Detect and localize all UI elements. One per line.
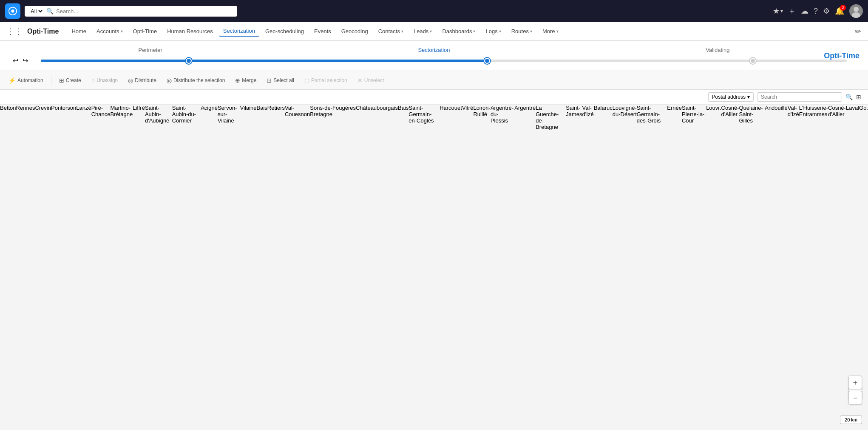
edit-icon[interactable]: ✏ [855, 27, 861, 36]
search-input[interactable] [56, 8, 233, 14]
unassign-button[interactable]: ○ Unassign [87, 75, 122, 85]
nav-item-geo[interactable]: Geo-scheduling [261, 26, 308, 36]
app-logo[interactable] [5, 3, 20, 19]
distribute-selection-button[interactable]: ◎ Distribute the selection [162, 75, 229, 85]
nav-item-events[interactable]: Events [310, 26, 335, 36]
help-icon[interactable]: ? [814, 7, 818, 16]
map-zoom-controls: ＋ － [848, 376, 862, 404]
create-icon: ⊞ [59, 77, 64, 84]
nav-item-leads[interactable]: Leads ▾ [409, 26, 436, 36]
search-toggle-icon[interactable]: 🔍 [845, 94, 853, 100]
nav-item-home[interactable]: Home [67, 26, 91, 36]
wizard-step-perimeter[interactable]: Perimeter [9, 47, 292, 53]
wizard-step-validating[interactable]: Validating [576, 47, 859, 53]
main-content: ✋ ↖ 💬 ⊕ ⬡ Merdrignac Saint-Méen-le-Grand… [0, 105, 868, 430]
wizard-dot-1 [186, 58, 192, 64]
create-button[interactable]: ⊞ Create [55, 75, 85, 85]
redo-icon[interactable]: ↪ [23, 57, 28, 65]
partial-sel-icon: ◌ [304, 77, 309, 84]
search-filter[interactable]: All [29, 8, 44, 15]
merge-icon: ⊕ [235, 77, 240, 84]
map-scale: 20 km [840, 416, 862, 424]
nav-item-accounts[interactable]: Accounts ▾ [92, 26, 127, 36]
wizard-step-sectorization[interactable]: Sectorization [292, 47, 576, 53]
wizard-track [41, 60, 847, 62]
automation-icon: ⚡ [9, 77, 16, 84]
wizard: Perimeter Sectorization Validating ↩ ↪ O… [0, 41, 868, 71]
layout-icon[interactable]: ⊞ [856, 94, 861, 100]
svg-point-2 [854, 7, 859, 12]
wizard-dot-2 [484, 58, 490, 64]
nav-item-dashboards[interactable]: Dashboards ▾ [438, 26, 479, 36]
brand-name: Opti-Time [27, 28, 59, 35]
nav-item-sectorization[interactable]: Sectorization [219, 26, 259, 37]
partial-selection-button[interactable]: ◌ Partial selection [300, 75, 352, 85]
notification-icon[interactable]: 🔔 2 [835, 6, 844, 16]
unassign-icon: ○ [91, 77, 95, 84]
svg-point-1 [11, 9, 14, 12]
toolbar: ⚡ Automation ⊞ Create ○ Unassign ◎ Distr… [0, 71, 868, 90]
wizard-dot-3 [750, 58, 756, 64]
optitime-brand: Opti-Time [824, 51, 859, 60]
add-icon[interactable]: ＋ [788, 6, 796, 16]
cloud-icon[interactable]: ☁ [801, 6, 808, 16]
unselect-icon: ✕ [357, 77, 363, 84]
search-bar: All 🔍 [25, 6, 237, 17]
navbar: ⋮⋮ Opti-Time Home Accounts ▾ Opti-Time H… [0, 22, 868, 41]
grid-icon[interactable]: ⋮⋮ [7, 27, 22, 36]
svg-point-3 [852, 12, 860, 18]
distribute-icon: ◎ [128, 77, 133, 84]
select-all-button[interactable]: ⊡ Select all [262, 75, 298, 85]
settings-icon[interactable]: ⚙ [823, 6, 830, 16]
bookmark-icon[interactable]: ★▾ [773, 6, 783, 16]
address-search-input[interactable] [761, 94, 838, 100]
nav-item-more[interactable]: More ▾ [538, 26, 563, 36]
zoom-out-button[interactable]: － [848, 391, 862, 404]
nav-item-optitime[interactable]: Opti-Time [129, 26, 162, 36]
nav-item-hr[interactable]: Human Resources [163, 26, 217, 36]
nav-item-geocoding[interactable]: Geocoding [337, 26, 372, 36]
merge-button[interactable]: ⊕ Merge [231, 75, 261, 85]
separator [51, 76, 51, 85]
avatar[interactable] [849, 4, 863, 18]
nav-item-contacts[interactable]: Contacts ▾ [374, 26, 408, 36]
address-bar: Postal address ▾ 🔍 ⊞ [0, 90, 868, 105]
notification-badge: 2 [840, 5, 846, 11]
search-icon: 🔍 [46, 8, 54, 14]
address-dropdown[interactable]: Postal address ▾ [708, 92, 754, 102]
distribute-button[interactable]: ◎ Distribute [124, 75, 161, 85]
unselect-button[interactable]: ✕ Unselect [353, 75, 389, 85]
nav-item-routes[interactable]: Routes ▾ [507, 26, 536, 36]
postal-address-label: Postal address [712, 94, 746, 100]
address-search [757, 92, 842, 102]
wizard-steps: Perimeter Sectorization Validating [9, 47, 859, 53]
zoom-in-button[interactable]: ＋ [848, 376, 862, 389]
undo-icon[interactable]: ↩ [13, 57, 18, 65]
wizard-progress [41, 60, 484, 62]
select-all-icon: ⊡ [267, 77, 272, 84]
automation-button[interactable]: ⚡ Automation [4, 75, 48, 85]
dropdown-caret-icon: ▾ [747, 94, 750, 100]
topbar-right: ★▾ ＋ ☁ ? ⚙ 🔔 2 [773, 4, 863, 18]
nav-item-logs[interactable]: Logs ▾ [481, 26, 505, 36]
distribute-sel-icon: ◎ [167, 77, 172, 84]
topbar: All 🔍 ★▾ ＋ ☁ ? ⚙ 🔔 2 [0, 0, 868, 22]
